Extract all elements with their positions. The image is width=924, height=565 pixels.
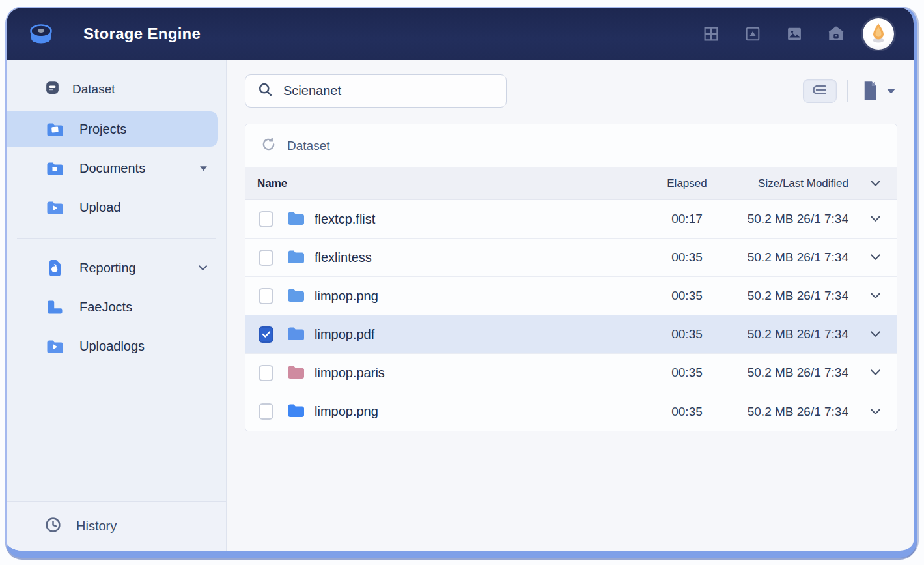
top-bar: Storage Engine <box>7 8 914 60</box>
row-checkbox[interactable] <box>259 403 273 420</box>
toolbar-divider <box>847 80 848 102</box>
sidebar-item-label: Documents <box>79 161 184 176</box>
search-input[interactable] <box>283 83 497 98</box>
table-header-row: Name Elapsed Size/Last Modified <box>245 167 897 200</box>
sidebar-item-documents[interactable]: Documents <box>7 151 218 186</box>
app-window: Storage Engine Dataset Projects Document… <box>5 7 917 558</box>
sidebar-nav-secondary: Reporting FaeJocts Uploadlogs <box>7 250 226 368</box>
user-avatar[interactable] <box>863 18 894 50</box>
file-size-modified: 50.2 MB 26/1 7:34 <box>726 212 852 226</box>
file-name[interactable]: limpop.paris <box>309 366 648 381</box>
chevron-down-icon <box>870 252 881 263</box>
chevron-down-icon[interactable] <box>198 265 208 271</box>
file-name[interactable]: limpop.pdf <box>309 327 648 342</box>
folder-play-icon <box>46 200 64 215</box>
search-icon <box>257 81 273 100</box>
sidebar-section-label: Dataset <box>72 82 115 96</box>
file-elapsed: 00:35 <box>648 366 726 380</box>
folder-icon <box>287 210 305 228</box>
table-row[interactable]: limpop.pdf 00:35 50.2 MB 26/1 7:34 <box>245 315 897 354</box>
row-expand-button[interactable] <box>852 290 898 302</box>
chevron-down-icon[interactable] <box>199 166 208 171</box>
sidebar-item-projects[interactable]: Projects <box>7 111 218 147</box>
table-row[interactable]: limpop.paris 00:35 50.2 MB 26/1 7:34 <box>245 354 897 392</box>
table-body: flextcp.flist 00:17 50.2 MB 26/1 7:34 fl… <box>245 200 897 431</box>
chevron-down-icon <box>870 328 881 340</box>
folder-play-icon <box>46 339 64 354</box>
main-content: Dataset Name Elapsed Size/Last Modified … <box>227 60 914 551</box>
row-expand-button[interactable] <box>852 252 898 263</box>
row-checkbox[interactable] <box>259 326 273 343</box>
toolbar-right-group <box>803 78 899 104</box>
row-expand-button[interactable] <box>852 367 898 379</box>
caret-down-icon <box>886 85 896 97</box>
file-name[interactable]: limpop.png <box>309 404 648 419</box>
search-box[interactable] <box>245 74 507 108</box>
folder-square-icon <box>46 161 64 176</box>
list-lines-icon <box>811 83 829 99</box>
file-name[interactable]: limpop.png <box>309 289 648 304</box>
row-checkbox[interactable] <box>259 250 273 266</box>
sidebar-section-dataset: Dataset <box>7 60 226 111</box>
file-size-modified: 50.2 MB 26/1 7:34 <box>726 289 852 303</box>
sidebar-item-upload[interactable]: Upload <box>7 190 218 225</box>
folder-icon <box>287 287 305 305</box>
refresh-icon[interactable] <box>261 137 276 154</box>
history-clock-icon <box>44 516 62 536</box>
folder-icon <box>287 364 305 382</box>
chevron-down-icon <box>870 178 881 190</box>
file-elapsed: 00:35 <box>648 289 726 303</box>
sidebar-footer-label: History <box>76 519 117 534</box>
sidebar-item-label: Upload <box>79 200 192 215</box>
table-row[interactable]: flextcp.flist 00:17 50.2 MB 26/1 7:34 <box>245 200 897 239</box>
file-elapsed: 00:35 <box>648 327 726 341</box>
dataset-icon <box>44 80 61 98</box>
sidebar: Dataset Projects Documents Upload Report… <box>7 60 227 551</box>
row-checkbox[interactable] <box>259 365 273 381</box>
folder-icon <box>287 326 305 343</box>
column-header-name[interactable]: Name <box>245 177 648 190</box>
sidebar-item-uploadlogs[interactable]: Uploadlogs <box>7 328 218 364</box>
chevron-down-icon <box>870 290 881 302</box>
row-checkbox[interactable] <box>259 288 273 304</box>
sidebar-item-reporting[interactable]: Reporting <box>7 250 218 285</box>
grid-icon[interactable] <box>701 24 721 44</box>
file-type-button[interactable] <box>858 78 899 104</box>
row-expand-button[interactable] <box>852 328 898 340</box>
file-size-modified: 50.2 MB 26/1 7:34 <box>726 405 852 419</box>
table-row[interactable]: limpop.png 00:35 50.2 MB 26/1 7:34 <box>245 392 897 431</box>
header-chevron-button[interactable] <box>852 178 898 190</box>
file-elapsed: 00:35 <box>648 250 726 265</box>
corner-block-icon <box>46 299 64 315</box>
row-expand-button[interactable] <box>852 406 898 418</box>
row-checkbox[interactable] <box>259 211 273 227</box>
sidebar-item-history[interactable]: History <box>7 512 226 536</box>
table-row[interactable]: flexlintess 00:35 50.2 MB 26/1 7:34 <box>245 239 897 277</box>
report-page-icon <box>46 259 64 277</box>
topbar-icon-group <box>701 24 846 44</box>
file-name[interactable]: flexlintess <box>309 250 648 265</box>
chevron-down-icon <box>870 406 881 418</box>
flame-avatar-icon <box>869 22 888 46</box>
file-size-modified: 50.2 MB 26/1 7:34 <box>726 366 852 380</box>
column-header-size[interactable]: Size/Last Modified <box>726 177 852 190</box>
row-expand-button[interactable] <box>852 213 898 225</box>
content-toolbar <box>245 74 899 108</box>
picture-icon[interactable] <box>785 24 804 44</box>
card-header: Dataset <box>245 124 897 167</box>
file-name[interactable]: flextcp.flist <box>309 212 648 227</box>
home-lock-icon[interactable] <box>826 24 846 44</box>
file-elapsed: 00:17 <box>648 212 726 226</box>
sidebar-item-label: Projects <box>79 122 192 137</box>
sidebar-item-faejocts[interactable]: FaeJocts <box>7 289 218 325</box>
sidebar-footer: History <box>7 501 226 551</box>
table-row[interactable]: limpop.png 00:35 50.2 MB 26/1 7:34 <box>245 277 897 315</box>
folder-doc-icon <box>46 122 64 137</box>
column-header-elapsed[interactable]: Elapsed <box>648 177 726 190</box>
sidebar-divider <box>17 238 216 239</box>
image-upload-icon[interactable] <box>743 24 763 44</box>
sidebar-item-label: Uploadlogs <box>79 339 192 354</box>
sidebar-item-label: FaeJocts <box>79 300 192 315</box>
file-elapsed: 00:35 <box>648 405 726 419</box>
view-toggle-button[interactable] <box>803 79 837 103</box>
